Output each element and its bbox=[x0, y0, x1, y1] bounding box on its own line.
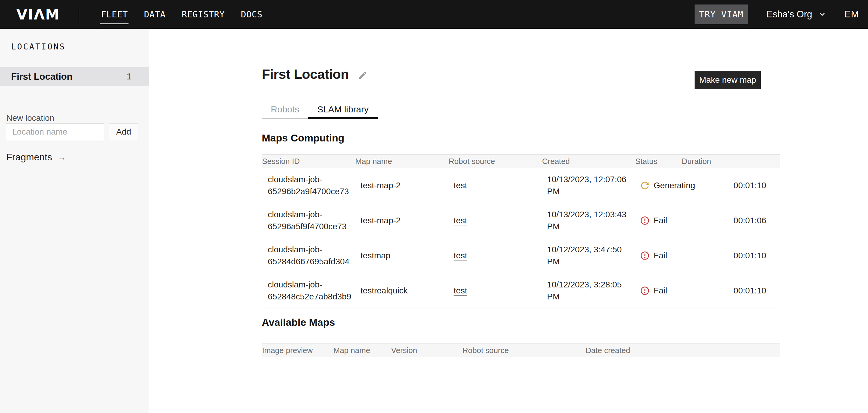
nav-link[interactable]: DOCS bbox=[241, 9, 262, 20]
location-item[interactable]: First Location 1 bbox=[0, 67, 149, 86]
cell-created: 10/13/2023, 12:03:43 PM bbox=[547, 209, 640, 233]
column-header: Duration bbox=[682, 157, 711, 166]
available-maps-empty-body bbox=[262, 357, 780, 413]
status-label: Generating bbox=[654, 179, 695, 191]
refresh-cw-icon bbox=[640, 181, 649, 190]
table-row: cloudslam-job-65284d667695afd304 testmap… bbox=[262, 238, 780, 273]
table-row: cloudslam-job-65296b2a9f4700ce73 test-ma… bbox=[262, 168, 780, 203]
alert-circle-icon bbox=[640, 216, 649, 225]
cell-status: Fail bbox=[640, 250, 734, 262]
column-header: Image preview bbox=[262, 346, 333, 355]
fragments-label: Fragments bbox=[6, 152, 52, 163]
column-header: Created bbox=[542, 157, 635, 166]
primary-nav: FLEETDATAREGISTRYDOCS bbox=[101, 9, 262, 20]
available-maps-heading: Available Maps bbox=[262, 317, 335, 328]
cell-duration: 00:01:10 bbox=[734, 285, 780, 297]
available-maps-table: Image previewMap nameVersionRobot source… bbox=[262, 344, 780, 413]
table-row: cloudslam-job-652848c52e7ab8d3b9 testrea… bbox=[262, 273, 780, 308]
viam-logo[interactable]: VIΛM bbox=[17, 6, 60, 23]
new-location-label: New location bbox=[6, 113, 54, 123]
column-header: Map name bbox=[355, 157, 449, 166]
robot-source-link[interactable]: test bbox=[454, 251, 467, 260]
location-name: First Location bbox=[11, 71, 72, 82]
cell-map-name: testmap bbox=[361, 250, 454, 262]
cell-map-name: testrealquick bbox=[361, 285, 454, 297]
status-label: Fail bbox=[654, 215, 667, 227]
tab[interactable]: SLAM library bbox=[308, 102, 378, 119]
maps-computing-heading: Maps Computing bbox=[262, 132, 344, 144]
title-row: First Location bbox=[262, 66, 368, 82]
page-title: First Location bbox=[262, 66, 349, 82]
tabs: RobotsSLAM library bbox=[262, 102, 378, 119]
add-location-button[interactable]: Add bbox=[109, 123, 138, 140]
robot-source-link[interactable]: test bbox=[454, 286, 467, 295]
nav-link[interactable]: FLEET bbox=[101, 9, 128, 20]
robot-source-link[interactable]: test bbox=[454, 216, 467, 225]
alert-circle-icon bbox=[640, 251, 649, 260]
cell-status: Fail bbox=[640, 215, 734, 227]
cell-session-id: cloudslam-job-65284d667695afd304 bbox=[262, 244, 361, 268]
maps-computing-table: Session IDMap nameRobot sourceCreatedSta… bbox=[262, 154, 780, 308]
column-header: Version bbox=[391, 346, 462, 355]
cell-duration: 00:01:06 bbox=[734, 215, 780, 227]
org-switcher[interactable]: Esha's Org bbox=[767, 9, 826, 20]
locations-heading: LOCATIONS bbox=[11, 42, 66, 51]
location-name-input[interactable] bbox=[6, 123, 104, 140]
robot-source-link[interactable]: test bbox=[454, 181, 467, 190]
maps-computing-body: cloudslam-job-65296b2a9f4700ce73 test-ma… bbox=[262, 168, 780, 308]
cell-duration: 00:01:10 bbox=[734, 250, 780, 262]
try-viam-button[interactable]: TRY VIAM bbox=[694, 4, 748, 24]
cell-status: Generating bbox=[640, 179, 734, 191]
cell-map-name: test-map-2 bbox=[361, 215, 454, 227]
available-maps-header-row: Image previewMap nameVersionRobot source… bbox=[262, 344, 780, 357]
make-new-map-button[interactable]: Make new map bbox=[694, 71, 761, 89]
cell-map-name: test-map-2 bbox=[361, 179, 454, 191]
arrow-right-icon: → bbox=[57, 152, 66, 163]
user-menu[interactable]: EM bbox=[845, 9, 859, 20]
column-header: Robot source bbox=[462, 346, 586, 355]
location-robot-count: 1 bbox=[127, 71, 131, 82]
cell-session-id: cloudslam-job-65296a5f9f4700ce73 bbox=[262, 209, 361, 233]
cell-created: 10/12/2023, 3:47:50 PM bbox=[547, 244, 640, 268]
table-row: cloudslam-job-65296a5f9f4700ce73 test-ma… bbox=[262, 203, 780, 238]
nav-link[interactable]: REGISTRY bbox=[182, 9, 225, 20]
cell-session-id: cloudslam-job-652848c52e7ab8d3b9 bbox=[262, 279, 361, 303]
fragments-link[interactable]: Fragments → bbox=[6, 152, 66, 163]
cell-status: Fail bbox=[640, 285, 734, 297]
new-location-form: Add bbox=[6, 123, 138, 140]
status-label: Fail bbox=[654, 250, 667, 262]
column-header: Session ID bbox=[262, 157, 355, 166]
locations-list: First Location 1 bbox=[0, 67, 149, 86]
cell-duration: 00:01:10 bbox=[734, 179, 780, 191]
top-nav: VIΛM FLEETDATAREGISTRYDOCS TRY VIAM Esha… bbox=[0, 0, 868, 29]
maps-computing-header-row: Session IDMap nameRobot sourceCreatedSta… bbox=[262, 154, 780, 168]
chevron-down-icon bbox=[818, 10, 826, 18]
column-header: Date created bbox=[586, 346, 630, 355]
column-header: Status bbox=[635, 157, 682, 166]
nav-divider bbox=[79, 6, 80, 23]
tab[interactable]: Robots bbox=[262, 102, 308, 119]
pencil-icon[interactable] bbox=[358, 70, 368, 80]
cell-created: 10/12/2023, 3:28:05 PM bbox=[547, 279, 640, 303]
main-content: First Location Make new map RobotsSLAM l… bbox=[262, 29, 780, 413]
cell-session-id: cloudslam-job-65296b2a9f4700ce73 bbox=[262, 174, 361, 198]
column-header: Robot source bbox=[449, 157, 542, 166]
sidebar: LOCATIONS First Location 1 New location … bbox=[0, 29, 149, 413]
column-header: Map name bbox=[333, 346, 391, 355]
org-name: Esha's Org bbox=[767, 9, 812, 20]
cell-created: 10/13/2023, 12:07:06 PM bbox=[547, 174, 640, 198]
nav-link[interactable]: DATA bbox=[144, 9, 166, 20]
alert-circle-icon bbox=[640, 286, 649, 295]
nav-right-group: TRY VIAM Esha's Org EM bbox=[694, 4, 860, 24]
status-label: Fail bbox=[654, 285, 667, 297]
